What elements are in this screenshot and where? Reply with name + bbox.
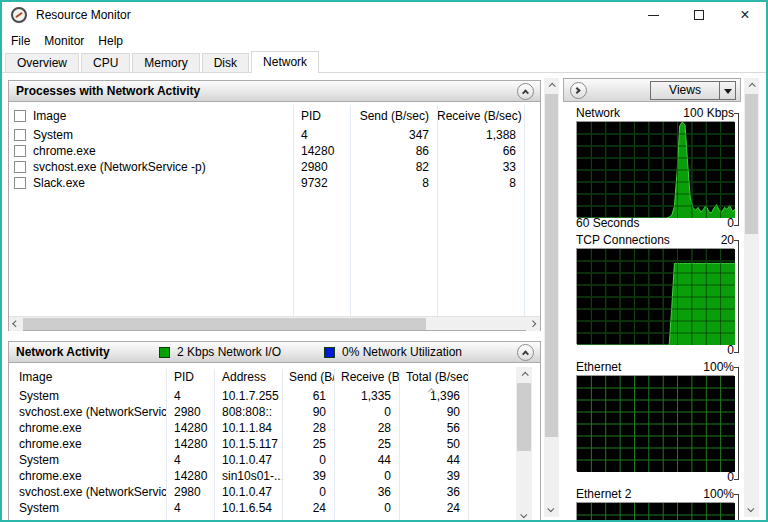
cell-image: System [9, 501, 166, 515]
row-checkbox[interactable] [14, 145, 26, 157]
tab-network[interactable]: Network [251, 51, 319, 73]
chart-footer-row: 0 [576, 471, 734, 485]
column-divider [214, 369, 215, 522]
table-row[interactable]: svchost.exe (NetworkService -p)298010.1.… [9, 484, 540, 500]
tab-cpu[interactable]: CPU [81, 53, 130, 72]
network-utilization-legend: 0% Network Utilization [324, 345, 462, 359]
column-header-image[interactable]: Image [9, 370, 166, 384]
views-button[interactable]: Views [650, 81, 736, 100]
scroll-down-button[interactable] [744, 502, 759, 517]
minimize-button[interactable] [630, 0, 676, 30]
scroll-down-button[interactable] [544, 502, 559, 517]
column-header-send[interactable]: Send (B/sec) [350, 109, 437, 123]
processes-collapse-button[interactable] [517, 83, 534, 100]
processes-panel-title: Processes with Network Activity [16, 84, 200, 98]
row-checkbox[interactable] [14, 177, 26, 189]
scroll-up-button[interactable] [744, 78, 759, 93]
cell-send: 28 [282, 421, 334, 435]
column-header-pid[interactable]: PID [166, 370, 214, 384]
column-divider [166, 369, 167, 522]
column-header-send[interactable]: Send (B/s [282, 370, 334, 384]
table-row[interactable]: Slack.exe973288 [9, 175, 540, 191]
cell-send: 39 [282, 469, 334, 483]
column-divider [468, 369, 469, 522]
chart-min-label: 0 [727, 217, 734, 231]
chart-label-row: Ethernet100% [576, 360, 734, 375]
cell-image: svchost.exe (NetworkService -p) [9, 160, 293, 174]
chart-axis-bracket [734, 113, 739, 226]
chart-plot [576, 502, 734, 522]
maximize-button[interactable] [676, 0, 722, 30]
network-activity-collapse-button[interactable] [517, 344, 534, 361]
left-pane-scrollbar[interactable] [544, 78, 559, 517]
table-row[interactable]: svchost.exe (NetworkService -p)29808233 [9, 159, 540, 175]
scroll-up-button[interactable] [544, 78, 559, 93]
chart-footer-row: 0 [576, 344, 734, 358]
column-divider [334, 369, 335, 522]
tab-memory[interactable]: Memory [132, 53, 199, 72]
cell-receive: 1,388 [437, 128, 524, 142]
table-row[interactable]: chrome.exe1428010.1.1.84282856 [9, 420, 540, 436]
menu-file[interactable]: File [4, 32, 37, 50]
column-header-receive[interactable]: Receive (B/sec) [437, 109, 524, 123]
cell-pid: 14280 [166, 437, 214, 451]
expand-pane-button[interactable] [570, 82, 587, 99]
cell-receive: 0 [334, 405, 399, 419]
right-pane-scrollbar[interactable] [744, 78, 759, 517]
scroll-down-button[interactable] [516, 508, 532, 522]
network-activity-panel-title: Network Activity [16, 345, 110, 359]
row-checkbox[interactable] [14, 110, 26, 122]
image-name: chrome.exe [33, 144, 96, 158]
network-activity-panel: Network Activity 2 Kbps Network I/O 0% N… [8, 341, 541, 522]
views-dropdown-arrow[interactable] [719, 82, 735, 99]
column-header-receive[interactable]: Receive (B... [334, 370, 399, 384]
scrollbar-thumb[interactable] [23, 318, 426, 330]
chevron-up-icon [749, 83, 756, 90]
menu-monitor[interactable]: Monitor [37, 32, 91, 50]
chart-label-row: Network100 Kbps [576, 106, 734, 121]
scroll-up-button[interactable] [516, 367, 532, 382]
activity-table-scrollbar[interactable] [516, 367, 532, 522]
scrollbar-thumb[interactable] [517, 383, 531, 451]
scrollbar-thumb[interactable] [745, 94, 758, 234]
processes-panel-header: Processes with Network Activity [9, 81, 540, 102]
chevron-left-icon [12, 320, 19, 327]
chart-max-label: 100% [703, 487, 734, 502]
chart-title: TCP Connections [576, 233, 670, 248]
scrollbar-thumb[interactable] [545, 94, 558, 437]
close-button[interactable]: × [722, 0, 768, 30]
row-checkbox[interactable] [14, 161, 26, 173]
scroll-left-button[interactable] [9, 317, 23, 331]
cell-total: 50 [399, 437, 468, 451]
table-header-row: ImagePIDSend (B/sec)Receive (B/sec) [9, 105, 540, 127]
processes-horizontal-scrollbar[interactable] [9, 316, 540, 330]
chart-min-label: 0 [727, 471, 734, 485]
table-row[interactable]: chrome.exe1428010.1.5.117252550 [9, 436, 540, 452]
cell-pid: 2980 [293, 160, 350, 174]
column-header-total[interactable]: Total (B/sec) [399, 370, 468, 384]
table-row[interactable]: System43471,388 [9, 127, 540, 143]
table-row[interactable]: System410.1.0.4704444 [9, 452, 540, 468]
chevron-right-icon [574, 87, 581, 94]
tab-disk[interactable]: Disk [202, 53, 249, 72]
table-row[interactable]: System410.1.7.255611,3351,396 [9, 388, 540, 404]
scroll-right-button[interactable] [526, 317, 540, 331]
table-row[interactable]: svchost.exe (NetworkService -p)2980808:8… [9, 404, 540, 420]
table-row[interactable]: chrome.exe142808666 [9, 143, 540, 159]
cell-send: 90 [282, 405, 334, 419]
cell-image: System [9, 128, 293, 142]
chart-max-label: 100 Kbps [683, 106, 734, 121]
menu-help[interactable]: Help [91, 32, 130, 50]
cell-send: 25 [282, 437, 334, 451]
cell-total: 36 [399, 485, 468, 499]
table-row[interactable]: System410.1.6.5424024 [9, 500, 540, 516]
cell-address: 10.1.5.117 [214, 437, 282, 451]
chart-axis-bracket [734, 367, 739, 480]
column-header-address[interactable]: Address [214, 370, 282, 384]
column-header-pid[interactable]: PID [293, 109, 350, 123]
table-row[interactable]: chrome.exe14280sin10s01-...39039 [9, 468, 540, 484]
cell-receive: 1,335 [334, 389, 399, 403]
column-header-image[interactable]: Image [9, 109, 293, 123]
row-checkbox[interactable] [14, 129, 26, 141]
tab-overview[interactable]: Overview [5, 53, 79, 72]
